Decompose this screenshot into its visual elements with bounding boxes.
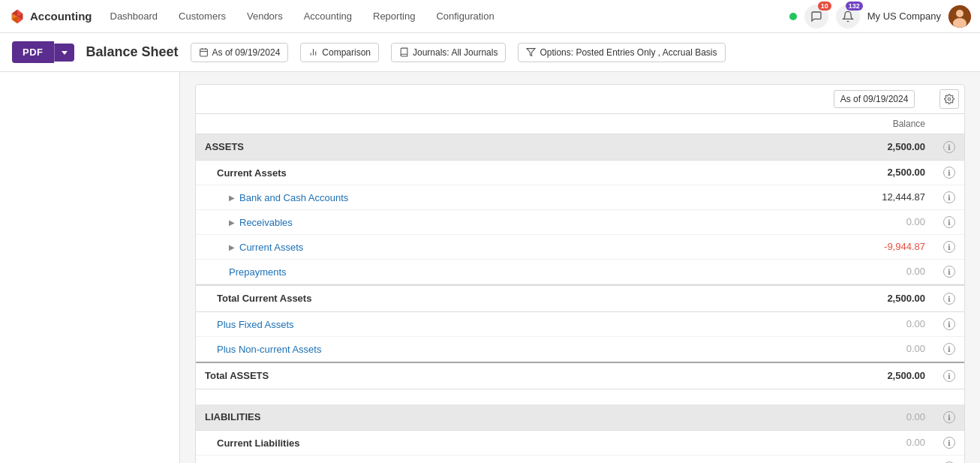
current-assets-sub-row: ▶ Current Assets -9,944.87 ℹ [196, 235, 964, 260]
journal-icon [399, 47, 409, 57]
assets-section-value: 2,500.00 [814, 134, 934, 160]
current-liabilities-header-info-icon[interactable]: ℹ [943, 437, 955, 449]
current-assets-header-row: Current Assets 2,500.00 ℹ [196, 161, 964, 185]
report-date-header-row: As of 09/19/2024 [196, 85, 964, 114]
assets-section-header: ASSETS 2,500.00 ℹ [196, 134, 964, 161]
total-assets-info-icon[interactable]: ℹ [943, 370, 955, 382]
nav-dashboard[interactable]: Dashboard [101, 6, 167, 26]
bank-cash-label[interactable]: ▶ Bank and Cash Accounts [196, 185, 814, 209]
plus-fixed-assets-info-icon[interactable]: ℹ [943, 318, 955, 330]
current-liabilities-sub-info: ℹ [934, 455, 964, 463]
assets-info-icon[interactable]: ℹ [943, 141, 955, 153]
total-current-assets-row: Total Current Assets 2,500.00 ℹ [196, 284, 964, 312]
nav-vendors[interactable]: Vendors [238, 6, 292, 26]
liabilities-section-value: 0.00 [814, 404, 934, 430]
balance-subheader-row: Balance [196, 114, 964, 134]
svg-marker-10 [62, 51, 68, 55]
date-filter-label: As of 09/19/2024 [212, 47, 281, 58]
receivables-info: ℹ [934, 210, 964, 234]
alerts-button[interactable]: 132 [836, 5, 860, 29]
bank-cash-value: 12,444.87 [814, 185, 934, 209]
receivables-label[interactable]: ▶ Receivables [196, 210, 814, 234]
chevron-down-icon [61, 49, 68, 56]
bank-cash-info-icon[interactable]: ℹ [943, 191, 955, 203]
plus-noncurrent-assets-label[interactable]: Plus Non-current Assets [196, 337, 814, 361]
app-logo[interactable]: Accounting [9, 8, 92, 25]
app-name: Accounting [30, 10, 92, 23]
calendar-icon [199, 47, 209, 57]
receivables-info-icon[interactable]: ℹ [943, 216, 955, 228]
liabilities-info-icon[interactable]: ℹ [943, 411, 955, 423]
current-assets-sub-info-icon[interactable]: ℹ [943, 241, 955, 253]
gear-icon [944, 94, 954, 104]
plus-noncurrent-assets-info-icon[interactable]: ℹ [943, 343, 955, 355]
bar-chart-icon [308, 47, 318, 57]
total-current-assets-info-icon[interactable]: ℹ [943, 293, 955, 305]
nav-customers[interactable]: Customers [170, 6, 235, 26]
current-liabilities-sub-label[interactable]: ▶ Current Liabilities [196, 455, 814, 463]
user-avatar[interactable] [948, 5, 971, 28]
date-filter-button[interactable]: As of 09/19/2024 [191, 43, 289, 62]
current-assets-sub-chevron[interactable]: ▶ [229, 243, 235, 251]
online-status-indicator [789, 13, 797, 20]
plus-fixed-assets-row: Plus Fixed Assets 0.00 ℹ [196, 312, 964, 337]
svg-point-8 [956, 10, 963, 17]
app-logo-icon [9, 8, 26, 25]
assets-section-label: ASSETS [196, 134, 814, 160]
nav-accounting[interactable]: Accounting [295, 6, 361, 26]
options-button[interactable]: Options: Posted Entries Only , Accrual B… [518, 43, 725, 62]
liabilities-section-label: LIABILITIES [196, 404, 814, 430]
main-content: As of 09/19/2024 Balance ASSETS [0, 72, 980, 463]
prepayments-info: ℹ [934, 260, 964, 284]
plus-fixed-assets-label[interactable]: Plus Fixed Assets [196, 312, 814, 336]
plus-noncurrent-assets-row: Plus Non-current Assets 0.00 ℹ [196, 337, 964, 362]
current-assets-sub-value: -9,944.87 [814, 235, 934, 259]
options-label: Options: Posted Entries Only , Accrual B… [540, 47, 717, 58]
page-title: Balance Sheet [86, 44, 179, 60]
comparison-button[interactable]: Comparison [300, 43, 379, 62]
liabilities-section-header: LIABILITIES 0.00 ℹ [196, 404, 964, 431]
bank-cash-info: ℹ [934, 185, 964, 209]
total-assets-value: 2,500.00 [814, 363, 934, 389]
current-assets-sub-info: ℹ [934, 235, 964, 259]
current-liabilities-header-label: Current Liabilities [196, 431, 814, 455]
journals-button[interactable]: Journals: All Journals [391, 43, 506, 62]
receivables-chevron[interactable]: ▶ [229, 218, 235, 227]
plus-noncurrent-assets-info: ℹ [934, 337, 964, 361]
nav-reporting[interactable]: Reporting [364, 6, 424, 26]
header-spacer [196, 85, 814, 113]
journals-label: Journals: All Journals [413, 47, 498, 58]
current-assets-sub-label[interactable]: ▶ Current Assets [196, 235, 814, 259]
nav-configuration[interactable]: Configuration [427, 6, 503, 26]
current-assets-info-icon[interactable]: ℹ [943, 167, 955, 179]
total-assets-row: Total ASSETS 2,500.00 ℹ [196, 362, 964, 389]
messages-button[interactable]: 10 [804, 5, 828, 29]
prepayments-label[interactable]: Prepayments [196, 260, 814, 284]
current-liabilities-header-row: Current Liabilities 0.00 ℹ [196, 431, 964, 455]
current-liabilities-sub-row: ▶ Current Liabilities 0.00 ℹ [196, 455, 964, 463]
total-current-assets-value: 2,500.00 [814, 286, 934, 311]
pdf-button[interactable]: PDF [12, 41, 54, 63]
alerts-count-badge: 132 [846, 2, 863, 11]
settings-icon-button[interactable] [939, 89, 959, 109]
pdf-button-group: PDF [12, 41, 74, 63]
bank-cash-chevron[interactable]: ▶ [229, 194, 235, 202]
pdf-dropdown-button[interactable] [54, 44, 74, 62]
total-current-assets-info: ℹ [934, 286, 964, 311]
company-name[interactable]: My US Company [867, 11, 941, 22]
report-area: As of 09/19/2024 Balance ASSETS [180, 72, 980, 463]
current-assets-label: Current Assets [196, 161, 814, 185]
current-liabilities-header-value: 0.00 [814, 431, 934, 455]
date-header-btn[interactable]: As of 09/19/2024 [834, 90, 915, 108]
receivables-value: 0.00 [814, 210, 934, 234]
avatar-image [948, 5, 971, 28]
plus-fixed-assets-value: 0.00 [814, 312, 934, 336]
balance-spacer-right [934, 114, 964, 134]
report-table: As of 09/19/2024 Balance ASSETS [195, 84, 965, 463]
topnav-right: 10 132 My US Company [789, 5, 971, 29]
prepayments-value: 0.00 [814, 260, 934, 284]
svg-marker-18 [527, 49, 535, 56]
prepayments-info-icon[interactable]: ℹ [943, 266, 955, 278]
sidebar [0, 72, 180, 463]
bell-icon [842, 11, 854, 23]
